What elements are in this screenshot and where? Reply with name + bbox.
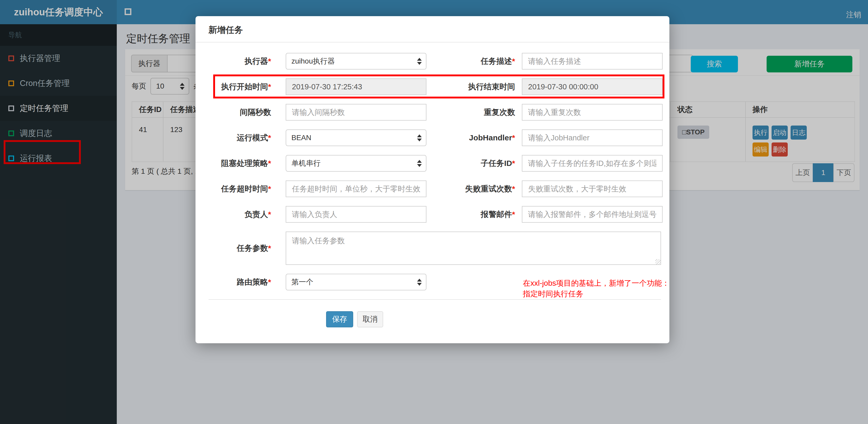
modal-body: 执行器* zuihou执行器 任务描述* 执行开始时间* 执行结束时间 间隔秒数… — [195, 42, 670, 327]
owner-input[interactable] — [286, 206, 427, 223]
run-mode-label: 运行模式 — [237, 133, 268, 142]
job-params-label: 任务参数 — [237, 244, 268, 252]
feature-note-line2: 指定时间执行任务 — [523, 289, 670, 299]
modal-footer: 保存 取消 — [195, 300, 670, 327]
save-button[interactable]: 保存 — [326, 311, 353, 327]
form-row-params: 任务参数* — [195, 232, 670, 265]
retry-count-input[interactable] — [522, 181, 662, 197]
executor-select[interactable]: zuihou执行器 — [286, 53, 427, 69]
repeat-count-input[interactable] — [522, 104, 662, 121]
select-arrows-icon — [417, 160, 422, 167]
run-mode-select-value: BEAN — [291, 134, 311, 142]
repeat-count-label: 重复次数 — [484, 108, 515, 117]
job-handler-label: JobHandler — [469, 133, 512, 142]
child-job-id-input[interactable] — [522, 155, 662, 172]
job-params-textarea[interactable] — [286, 232, 661, 265]
form-row: 阻塞处理策略* 单机串行 子任务ID* — [195, 155, 670, 172]
block-strategy-label: 阻塞处理策略 — [221, 159, 268, 167]
timeout-label: 任务超时时间 — [221, 185, 268, 193]
form-row-route: 路由策略* 第一个 在xxl-jobs项目的基础上，新增了一个功能： 指定时间执… — [195, 274, 670, 290]
start-time-input[interactable] — [286, 78, 427, 95]
form-row: 运行模式* BEAN JobHandler* — [195, 129, 670, 146]
block-strategy-select[interactable]: 单机串行 — [286, 155, 427, 172]
form-row: 任务超时时间* 失败重试次数* — [195, 181, 670, 197]
block-strategy-select-value: 单机串行 — [291, 158, 320, 168]
end-time-input[interactable] — [522, 78, 662, 95]
alarm-email-input[interactable] — [522, 206, 662, 223]
interval-label: 间隔秒数 — [240, 108, 271, 117]
route-strategy-select[interactable]: 第一个 — [286, 274, 427, 290]
modal-title: 新增任务 — [209, 25, 656, 35]
cancel-button[interactable]: 取消 — [357, 311, 383, 327]
route-strategy-select-value: 第一个 — [291, 277, 313, 287]
owner-label: 负责人 — [245, 210, 268, 219]
form-row: 执行器* zuihou执行器 任务描述* — [195, 53, 670, 69]
job-handler-input[interactable] — [522, 129, 662, 146]
executor-select-value: zuihou执行器 — [291, 56, 335, 66]
form-row-time: 执行开始时间* 执行结束时间 — [195, 78, 670, 95]
route-strategy-label: 路由策略 — [237, 278, 268, 286]
interval-input[interactable] — [286, 104, 427, 121]
start-time-label: 执行开始时间 — [221, 82, 268, 91]
add-job-modal: 新增任务 执行器* zuihou执行器 任务描述* 执行开始时间* 执行结束时间… — [195, 16, 670, 343]
job-desc-label: 任务描述 — [480, 57, 512, 65]
executor-label: 执行器 — [245, 57, 268, 65]
feature-note-line1: 在xxl-jobs项目的基础上，新增了一个功能： — [523, 278, 670, 289]
job-desc-input[interactable] — [522, 53, 662, 69]
child-job-id-label: 子任务ID — [480, 159, 512, 167]
form-row: 负责人* 报警邮件* — [195, 206, 670, 223]
run-mode-select[interactable]: BEAN — [286, 129, 427, 146]
form-row: 间隔秒数 重复次数 — [195, 104, 670, 121]
retry-count-label: 失败重试次数 — [465, 185, 512, 193]
timeout-input[interactable] — [286, 181, 427, 197]
select-arrows-icon — [417, 58, 422, 65]
end-time-label: 执行结束时间 — [468, 82, 515, 91]
modal-header: 新增任务 — [195, 16, 670, 42]
alarm-email-label: 报警邮件 — [480, 210, 512, 219]
feature-note: 在xxl-jobs项目的基础上，新增了一个功能： 指定时间执行任务 — [523, 278, 670, 299]
select-arrows-icon — [417, 134, 422, 141]
select-arrows-icon — [417, 279, 422, 286]
